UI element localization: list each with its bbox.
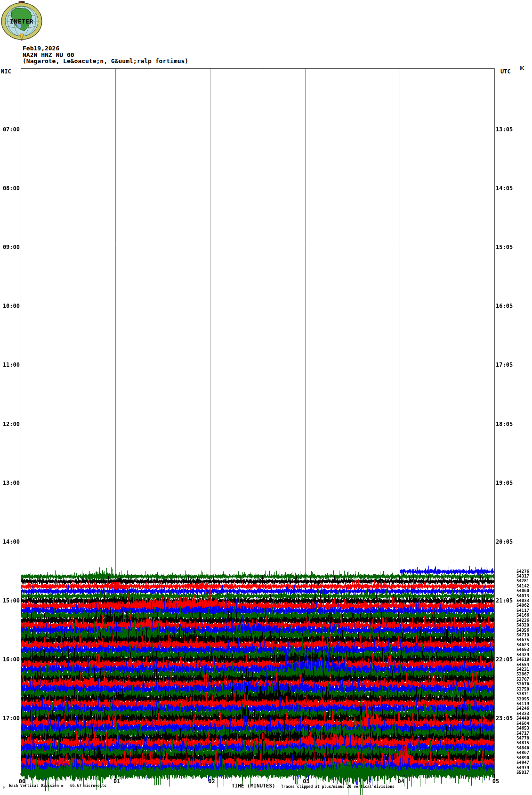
mu-glyph: μ [3,786,5,789]
trace-dc-value: 53995 [499,697,529,701]
trace-dc-value: 54867 [499,751,529,755]
trace-dc-value: 54518 [499,658,529,662]
trace-dc-value: 54947 [499,761,529,765]
hour-label-right: 14:05 [496,185,529,192]
trace-dc-value: 54675 [499,638,529,642]
helicorder-page: INETER Feb19,2026 NA2N HNZ NU 00 (Nagaro… [0,0,532,795]
trace-dc-value: 54117 [499,609,529,613]
trace-dc-value: 54033 [499,599,529,603]
hour-label-left: 13:00 [0,480,20,487]
seismogram-canvas [0,0,532,795]
clip-note: Traces clipped at plus/minus 20 vertical… [281,785,395,789]
trace-dc-value: 54719 [499,633,529,637]
trace-dc-value: 54623 [499,643,529,647]
hour-label-right: 19:05 [496,480,529,487]
trace-dc-value: 54815 [499,741,529,745]
trace-dc-value: 54320 [499,623,529,627]
trace-dc-value: 54119 [499,702,529,706]
trace-dc-value: 54276 [499,570,529,574]
division-note: Each Vertical Division = 66.67 microvolt… [9,784,106,788]
hour-label-left: 07:00 [0,127,20,133]
x-tick-label: 01 [107,779,126,785]
trace-dc-value: 54356 [499,628,529,633]
hour-label-left: 11:00 [0,362,20,369]
x-tick-label: 05 [486,779,505,785]
hour-label-left: 14:00 [0,539,20,546]
trace-dc-value: 54060 [499,589,529,593]
trace-dc-value: 54333 [499,712,529,716]
trace-dc-value: 53871 [499,692,529,696]
x-axis-title: TIME (MINUTES) [232,783,275,789]
trace-dc-value: 54554 [499,663,529,667]
trace-dc-value: 54653 [499,726,529,731]
hour-label-right: 20:05 [496,539,529,546]
trace-dc-value: 55017 [499,771,529,775]
x-tick-label: 02 [202,779,221,785]
hour-label-left: 08:00 [0,185,20,192]
trace-dc-value: 54062 [499,603,529,608]
hour-label-right: 15:05 [496,244,529,251]
trace-dc-value: 53707 [499,677,529,682]
trace-dc-value: 54013 [499,594,529,598]
trace-dc-value: 53758 [499,687,529,691]
hour-label-right: 17:05 [496,362,529,369]
trace-dc-value: 54429 [499,653,529,657]
hour-label-right: 16:05 [496,303,529,310]
trace-dc-value: 54564 [499,722,529,726]
trace-dc-value: 54440 [499,716,529,721]
x-tick-label: 04 [392,779,411,785]
trace-dc-value: 54979 [499,766,529,770]
trace-dc-value: 54246 [499,707,529,711]
hour-label-left: 12:00 [0,421,20,428]
trace-dc-value: 54142 [499,584,529,588]
hour-label-left: 16:00 [0,657,20,663]
hour-label-left: 15:00 [0,598,20,604]
trace-dc-value: 54653 [499,648,529,652]
trace-dc-value: 54846 [499,746,529,750]
x-tick-label: 03 [297,779,316,785]
trace-dc-value: 54231 [499,667,529,672]
trace-dc-value: 54281 [499,579,529,583]
trace-dc-value: 53676 [499,682,529,686]
hour-label-right: 13:05 [496,127,529,133]
trace-dc-value: 54717 [499,731,529,736]
trace-dc-value: 54317 [499,574,529,578]
hour-label-left: 17:00 [0,715,20,722]
trace-dc-value: 54166 [499,613,529,618]
trace-dc-value: 54236 [499,618,529,623]
hour-label-left: 09:00 [0,244,20,251]
hour-label-left: 10:00 [0,303,20,310]
trace-dc-value: 54778 [499,736,529,740]
hour-label-right: 18:05 [496,421,529,428]
trace-dc-value: 54890 [499,756,529,760]
trace-dc-value: 53867 [499,672,529,676]
